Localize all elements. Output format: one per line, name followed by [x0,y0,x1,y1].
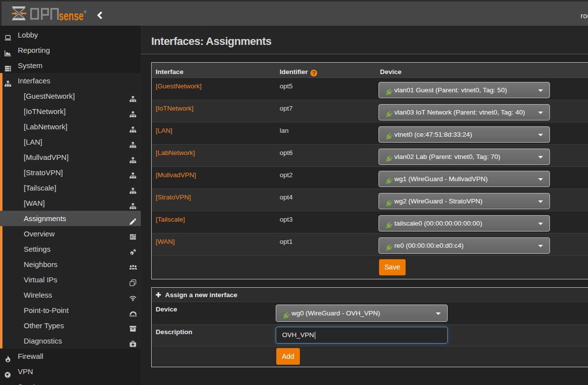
svg-text:sense: sense [59,9,84,23]
